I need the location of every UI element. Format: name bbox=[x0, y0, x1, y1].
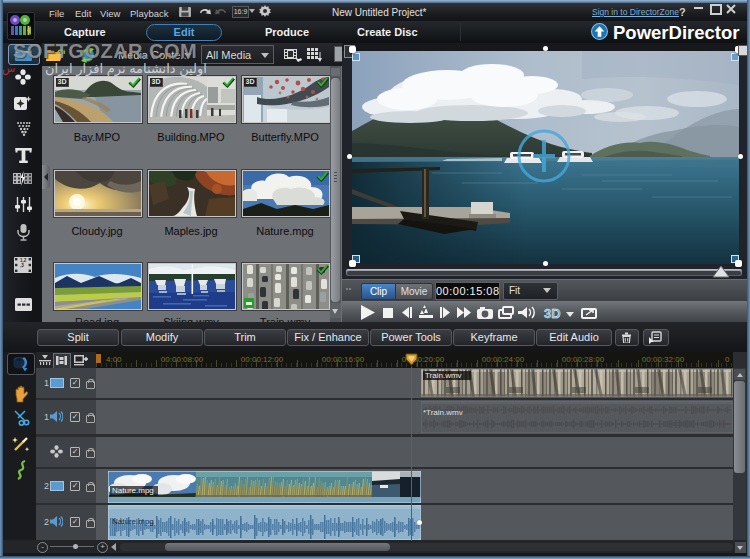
svg-text:,3: ,3 bbox=[20, 263, 24, 268]
svg-text:3D: 3D bbox=[544, 306, 561, 321]
svg-text:1,2: 1,2 bbox=[20, 258, 27, 263]
